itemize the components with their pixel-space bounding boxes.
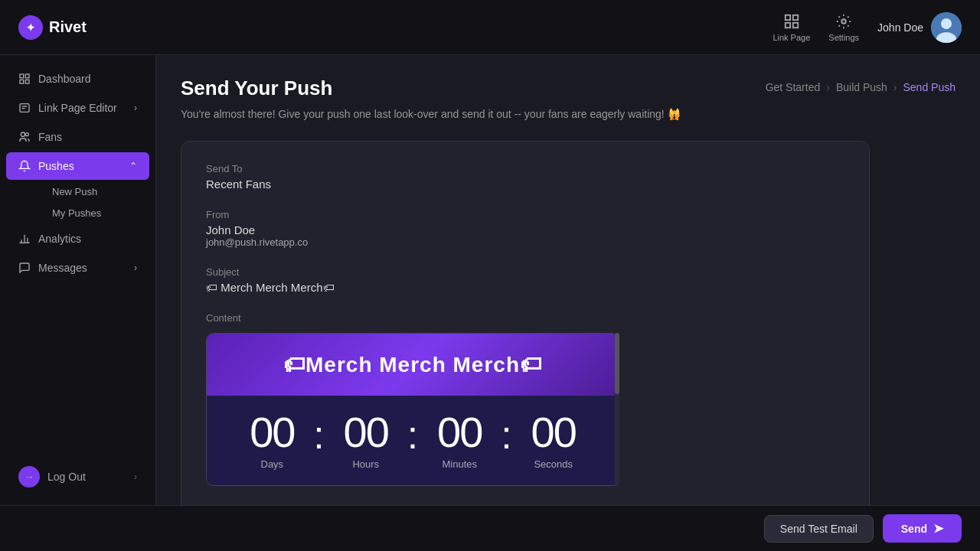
subject-value: 🏷 Merch Merch Merch🏷 bbox=[206, 281, 844, 294]
breadcrumb-sep-1: › bbox=[826, 81, 830, 93]
svg-point-16 bbox=[25, 133, 28, 136]
push-icon bbox=[18, 160, 31, 172]
countdown-seconds: 00 Seconds bbox=[515, 411, 592, 470]
logout-label: Log Out bbox=[47, 471, 86, 483]
countdown-hours-label: Hours bbox=[352, 458, 379, 470]
sidebar-item-messages[interactable]: Messages › bbox=[6, 254, 149, 282]
sidebar-item-pushes[interactable]: Pushes ⌃ bbox=[6, 152, 149, 180]
svg-rect-8 bbox=[20, 74, 24, 78]
link-page-editor-chevron-icon: › bbox=[134, 103, 137, 113]
sidebar-item-fans[interactable]: Fans bbox=[6, 123, 149, 151]
breadcrumb: Get Started › Build Push › Send Push bbox=[766, 77, 956, 93]
from-label: From bbox=[206, 209, 844, 220]
users-icon bbox=[18, 131, 31, 143]
page-header: Send Your Push Get Started › Build Push … bbox=[181, 77, 956, 100]
countdown-days: 00 Days bbox=[234, 411, 310, 470]
new-push-label: New Push bbox=[52, 186, 97, 197]
my-pushes-label: My Pushes bbox=[52, 207, 101, 219]
subject-field: Subject 🏷 Merch Merch Merch🏷 bbox=[206, 266, 844, 294]
svg-point-6 bbox=[941, 18, 952, 29]
breadcrumb-get-started[interactable]: Get Started bbox=[766, 81, 821, 93]
page-subtitle: You're almost there! Give your push one … bbox=[181, 106, 956, 122]
settings-button[interactable]: Settings bbox=[828, 13, 859, 42]
sidebar-item-my-pushes[interactable]: My Pushes bbox=[40, 203, 149, 223]
send-test-email-button[interactable]: Send Test Email bbox=[764, 515, 874, 543]
topbar-right: Link Page Settings John Doe bbox=[773, 12, 962, 43]
page-title: Send Your Push bbox=[181, 77, 332, 100]
pushes-chevron-icon: ⌃ bbox=[129, 161, 137, 171]
link-icon bbox=[18, 102, 31, 114]
user-name: John Doe bbox=[877, 21, 923, 34]
svg-rect-0 bbox=[786, 15, 790, 19]
svg-rect-1 bbox=[793, 15, 798, 19]
sidebar-item-pushes-label: Pushes bbox=[38, 160, 122, 172]
send-to-field: Send To Recent Fans bbox=[206, 163, 844, 191]
messages-chevron-icon: › bbox=[134, 262, 137, 273]
bottom-bar: Send Test Email Send ➤ bbox=[0, 505, 980, 551]
logo-text: Rivet bbox=[49, 18, 87, 36]
send-button[interactable]: Send ➤ bbox=[883, 514, 962, 543]
subject-label: Subject bbox=[206, 266, 844, 278]
logout-chevron-icon: › bbox=[134, 471, 137, 482]
svg-rect-3 bbox=[793, 22, 798, 27]
preview-title: 🏷Merch Merch Merch🏷 bbox=[225, 352, 600, 377]
countdown-minutes-label: Minutes bbox=[442, 458, 477, 470]
countdown-section: 00 Days : 00 Hours : 00 Minutes bbox=[207, 396, 619, 485]
grid-icon bbox=[18, 73, 31, 85]
send-button-label: Send bbox=[901, 523, 927, 535]
from-name: John Doe bbox=[206, 223, 844, 236]
svg-point-4 bbox=[841, 19, 846, 24]
topbar: ✦ Rivet Link Page Settings John Doe bbox=[0, 0, 980, 55]
countdown-days-label: Days bbox=[261, 458, 284, 470]
countdown-seconds-value: 00 bbox=[531, 411, 576, 454]
countdown-hours-value: 00 bbox=[344, 411, 388, 454]
send-to-label: Send To bbox=[206, 163, 844, 174]
preview-scrollbar bbox=[615, 333, 619, 486]
svg-rect-2 bbox=[786, 22, 790, 27]
breadcrumb-sep-2: › bbox=[893, 81, 897, 93]
push-card: Send To Recent Fans From John Doe john@p… bbox=[181, 141, 870, 505]
sidebar: Dashboard Link Page Editor › Fans Pushes… bbox=[0, 55, 156, 505]
settings-label: Settings bbox=[828, 33, 859, 42]
logo-icon: ✦ bbox=[18, 15, 43, 40]
link-page-button[interactable]: Link Page bbox=[773, 13, 810, 42]
sidebar-item-dashboard[interactable]: Dashboard bbox=[6, 65, 149, 93]
preview-scrollbar-thumb bbox=[615, 333, 619, 394]
send-to-value: Recent Fans bbox=[206, 178, 844, 191]
countdown-minutes-value: 00 bbox=[437, 411, 482, 454]
svg-rect-10 bbox=[20, 80, 24, 83]
sidebar-item-messages-label: Messages bbox=[38, 262, 126, 274]
from-email: john@push.rivetapp.co bbox=[206, 236, 844, 248]
logo: ✦ Rivet bbox=[18, 15, 87, 40]
sidebar-item-dashboard-label: Dashboard bbox=[38, 73, 137, 85]
breadcrumb-send-push: Send Push bbox=[903, 81, 956, 93]
content-preview: 🏷Merch Merch Merch🏷 00 Days : 00 Hours bbox=[206, 333, 619, 486]
countdown-minutes: 00 Minutes bbox=[421, 411, 498, 470]
breadcrumb-build-push[interactable]: Build Push bbox=[836, 81, 887, 93]
content-field: Content 🏷Merch Merch Merch🏷 00 Days : bbox=[206, 312, 844, 489]
countdown-colon-1: : bbox=[310, 415, 327, 470]
user-area[interactable]: John Doe bbox=[877, 12, 962, 43]
countdown-colon-3: : bbox=[498, 415, 514, 470]
sidebar-item-analytics-label: Analytics bbox=[38, 233, 137, 245]
logout-circle-icon: → bbox=[18, 466, 40, 487]
preview-wrapper: 🏷Merch Merch Merch🏷 00 Days : 00 Hours bbox=[206, 333, 619, 486]
countdown-seconds-label: Seconds bbox=[534, 458, 573, 470]
main-content: Send Your Push Get Started › Build Push … bbox=[156, 55, 980, 505]
countdown-hours: 00 Hours bbox=[328, 411, 404, 470]
from-field: From John Doe john@push.rivetapp.co bbox=[206, 209, 844, 248]
countdown-days-value: 00 bbox=[250, 411, 294, 454]
sidebar-item-new-push[interactable]: New Push bbox=[40, 181, 149, 202]
logout-button[interactable]: → Log Out › bbox=[6, 458, 149, 495]
svg-rect-9 bbox=[25, 74, 29, 78]
sidebar-item-link-page-editor[interactable]: Link Page Editor › bbox=[6, 94, 149, 122]
svg-point-15 bbox=[21, 132, 24, 136]
message-icon bbox=[18, 262, 31, 274]
pushes-submenu: New Push My Pushes bbox=[0, 181, 155, 224]
sidebar-item-analytics[interactable]: Analytics bbox=[6, 225, 149, 253]
sidebar-item-fans-label: Fans bbox=[38, 131, 137, 143]
content-label: Content bbox=[206, 312, 844, 324]
svg-rect-11 bbox=[25, 80, 29, 83]
avatar bbox=[931, 12, 962, 43]
send-arrow-icon: ➤ bbox=[933, 521, 943, 536]
